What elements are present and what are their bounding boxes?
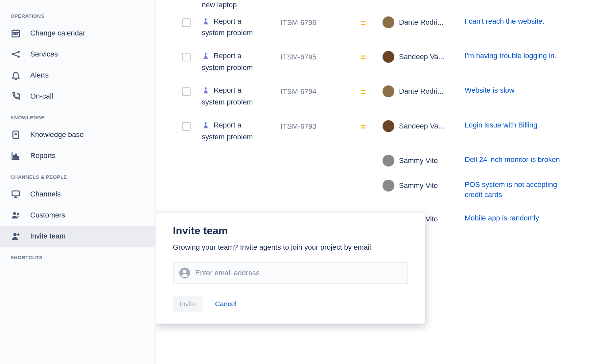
avatar	[383, 85, 394, 97]
svg-point-5	[15, 34, 16, 34]
nav-label: Knowledge base	[30, 130, 84, 139]
email-input[interactable]	[195, 269, 402, 277]
summary-link[interactable]: Mobile app is randomly	[465, 213, 539, 223]
svg-point-22	[13, 212, 16, 215]
dialog-title: Invite team	[173, 225, 408, 237]
nav-label: Invite team	[30, 232, 66, 240]
sidebar-item-invite-team[interactable]: Invite team	[0, 226, 155, 247]
svg-point-32	[183, 270, 187, 273]
summary-link[interactable]: Login issue with Billing	[465, 120, 537, 130]
nav-label: Customers	[30, 211, 65, 219]
summary-link[interactable]: POS system is not accepting credit cards	[465, 180, 570, 200]
row-checkbox[interactable]	[182, 18, 191, 27]
reporter-name: Dante Rodri...	[399, 18, 444, 27]
sidebar-item-channels[interactable]: Channels	[0, 184, 155, 205]
dialog-description: Growing your team? Invite agents to join…	[173, 242, 408, 253]
issue-key[interactable]: ITSM-6793	[281, 120, 343, 131]
request-type-icon	[202, 86, 210, 94]
book-icon	[11, 129, 21, 140]
table-row: Report a system problem ITSM-6794 = Dant…	[182, 79, 606, 113]
email-input-wrapper[interactable]	[173, 262, 408, 284]
sidebar-item-alerts[interactable]: Alerts	[0, 65, 155, 86]
nav-label: Alerts	[30, 71, 49, 80]
request-type-icon	[202, 17, 210, 25]
bell-icon	[11, 70, 21, 80]
svg-rect-18	[17, 157, 19, 158]
sidebar: OPERATIONS Change calendar Services Aler…	[0, 0, 156, 364]
table-row: Report a system problem ITSM-6796 = Dant…	[182, 10, 606, 44]
chart-icon	[11, 150, 21, 161]
summary-link[interactable]: I can't reach the website.	[465, 16, 545, 27]
svg-point-12	[19, 96, 20, 96]
person-icon	[179, 267, 191, 279]
reporter-name: Sandeep Va...	[399, 53, 444, 61]
row-checkbox[interactable]	[182, 122, 191, 131]
summary-link[interactable]: Website is slow	[465, 85, 514, 96]
main-content: new laptop Report a system problem ITSM-…	[156, 0, 606, 364]
svg-point-10	[17, 93, 18, 94]
sidebar-item-on-call[interactable]: On-call	[0, 86, 155, 107]
table-row: Report a system problem ITSM-6795 = Sand…	[182, 44, 606, 79]
sidebar-item-change-calendar[interactable]: Change calendar	[0, 23, 155, 44]
svg-point-29	[205, 87, 207, 89]
svg-point-6	[17, 34, 18, 34]
request-type-text: Report a	[214, 120, 241, 130]
nav-label: Channels	[30, 190, 61, 198]
section-label-knowledge: KNOWLEDGE	[0, 107, 155, 124]
people-icon	[11, 210, 21, 220]
nav-label: On-call	[30, 92, 53, 101]
request-type-icon	[202, 121, 210, 129]
priority-medium-icon: =	[361, 87, 365, 97]
sidebar-item-services[interactable]: Services	[0, 44, 155, 65]
svg-rect-19	[12, 191, 20, 196]
invite-button[interactable]: Invite	[173, 296, 202, 312]
avatar	[383, 16, 394, 28]
table-row: Sammy Vito Dell 24 inch monitor is broke…	[182, 148, 606, 173]
nav-label: Change calendar	[30, 29, 85, 37]
calendar-icon	[11, 28, 21, 38]
queue-table: new laptop Report a system problem ITSM-…	[182, 0, 606, 232]
sidebar-item-customers[interactable]: Customers	[0, 205, 155, 226]
sidebar-item-reports[interactable]: Reports	[0, 145, 155, 166]
svg-point-27	[205, 18, 207, 20]
svg-point-28	[205, 53, 207, 55]
reporter-name: Sammy Vito	[399, 181, 438, 190]
reporter-name: Sandeep Va...	[399, 122, 444, 130]
nav-label: Services	[30, 50, 58, 58]
section-label-operations: OPERATIONS	[0, 5, 155, 23]
issue-key[interactable]: ITSM-6794	[281, 85, 343, 96]
invite-team-dialog: Invite team Growing your team? Invite ag…	[156, 213, 425, 324]
avatar	[383, 120, 394, 132]
services-icon	[11, 49, 21, 59]
cancel-button[interactable]: Cancel	[208, 296, 243, 312]
svg-rect-16	[13, 156, 15, 158]
issue-key[interactable]: ITSM-6796	[281, 16, 343, 27]
sidebar-item-knowledge-base[interactable]: Knowledge base	[0, 124, 155, 145]
avatar	[383, 155, 394, 167]
nav-label: Reports	[30, 151, 56, 160]
monitor-icon	[11, 189, 21, 199]
reporter-name: Sammy Vito	[399, 156, 438, 165]
table-row: Report a system problem ITSM-6793 = Sand…	[182, 114, 606, 148]
request-type-text: Report a	[214, 51, 241, 61]
priority-medium-icon: =	[361, 122, 365, 131]
table-row: new laptop	[182, 0, 606, 10]
avatar	[383, 51, 394, 63]
user-plus-icon	[11, 231, 21, 241]
avatar	[383, 180, 394, 192]
issue-key[interactable]: ITSM-6795	[281, 51, 343, 61]
request-type-text: Report a	[214, 85, 241, 95]
row-checkbox[interactable]	[182, 53, 191, 61]
table-row: Sammy Vito POS system is not accepting c…	[182, 173, 606, 207]
priority-medium-icon: =	[361, 18, 365, 28]
section-label-shortcuts: SHORTCUTS	[0, 247, 155, 264]
section-label-channels-people: CHANNELS & PEOPLE	[0, 166, 155, 184]
svg-rect-17	[15, 154, 17, 158]
summary-link[interactable]: I'm having trouble logging in.	[465, 51, 556, 61]
svg-point-23	[17, 213, 19, 215]
svg-point-11	[19, 94, 19, 95]
row-checkbox[interactable]	[182, 87, 191, 96]
phone-icon	[11, 91, 21, 102]
summary-link[interactable]: Dell 24 inch monitor is broken	[465, 155, 560, 165]
svg-point-24	[13, 233, 17, 236]
